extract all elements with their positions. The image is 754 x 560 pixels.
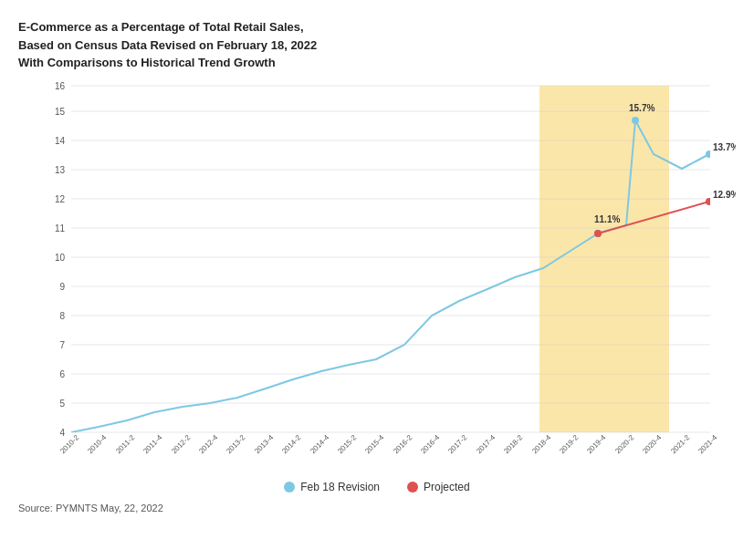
- svg-text:9: 9: [59, 282, 65, 292]
- legend-dot-feb18: [284, 482, 295, 493]
- svg-text:2021-2: 2021-2: [669, 432, 691, 454]
- svg-text:2014-4: 2014-4: [309, 432, 330, 454]
- svg-text:2015-2: 2015-2: [336, 432, 358, 454]
- annotation-12-9: 12.9%: [713, 190, 736, 200]
- legend-feb18: Feb 18 Revision: [284, 481, 380, 493]
- svg-text:12: 12: [55, 194, 66, 204]
- svg-text:16: 16: [55, 81, 66, 91]
- svg-text:8: 8: [59, 311, 65, 321]
- legend-dot-projected: [407, 482, 418, 493]
- svg-text:2015-4: 2015-4: [363, 432, 385, 454]
- annotation-13-7: 13.7%: [713, 142, 736, 152]
- dot-15-7: [632, 117, 639, 124]
- svg-text:2012-2: 2012-2: [170, 432, 192, 454]
- svg-text:2016-2: 2016-2: [392, 432, 414, 454]
- main-chart-svg: 4 5 6 7 8 9 10 11 12 13 14 15 16 2010-2 …: [18, 81, 736, 473]
- annotation-11-1: 11.1%: [594, 214, 620, 224]
- title-line2: Based on Census Data Revised on February…: [18, 38, 317, 52]
- dot-13-7: [706, 150, 713, 158]
- svg-text:2010-4: 2010-4: [86, 432, 108, 454]
- svg-text:2019-2: 2019-2: [558, 432, 580, 454]
- svg-text:2018-2: 2018-2: [502, 432, 524, 454]
- svg-text:14: 14: [55, 136, 66, 146]
- source-text: Source: PYMNTS May, 22, 2022: [18, 503, 736, 513]
- title-line3: With Comparisons to Historical Trend Gro…: [18, 56, 276, 69]
- svg-text:2017-4: 2017-4: [475, 432, 497, 454]
- svg-text:2021-4: 2021-4: [696, 432, 718, 454]
- svg-text:7: 7: [59, 340, 65, 350]
- dot-red-start: [594, 230, 602, 237]
- svg-text:2013-4: 2013-4: [253, 432, 275, 454]
- svg-text:2020-4: 2020-4: [641, 432, 663, 454]
- svg-text:2012-4: 2012-4: [197, 432, 219, 454]
- legend-label-feb18: Feb 18 Revision: [300, 481, 380, 493]
- svg-text:2014-2: 2014-2: [280, 432, 302, 454]
- svg-text:2011-4: 2011-4: [141, 432, 163, 454]
- svg-text:4: 4: [59, 428, 65, 438]
- svg-text:11: 11: [55, 223, 66, 233]
- dot-12-9: [706, 198, 713, 205]
- svg-text:2018-4: 2018-4: [530, 432, 552, 454]
- chart-title: E-Commerce as a Percentage of Total Reta…: [18, 18, 736, 72]
- svg-text:10: 10: [55, 253, 66, 263]
- svg-text:2017-2: 2017-2: [446, 432, 468, 454]
- svg-text:2019-4: 2019-4: [585, 432, 607, 454]
- chart-container: E-Commerce as a Percentage of Total Reta…: [0, 0, 754, 560]
- svg-text:2016-4: 2016-4: [419, 432, 441, 454]
- svg-text:2020-2: 2020-2: [613, 432, 635, 454]
- chart-area: 4 5 6 7 8 9 10 11 12 13 14 15 16 2010-2 …: [18, 81, 736, 473]
- svg-text:13: 13: [55, 165, 66, 175]
- svg-text:2011-2: 2011-2: [114, 432, 136, 454]
- chart-legend: Feb 18 Revision Projected: [18, 481, 736, 493]
- svg-text:2013-2: 2013-2: [225, 432, 246, 454]
- svg-text:6: 6: [59, 369, 65, 379]
- legend-projected: Projected: [407, 481, 470, 493]
- svg-text:5: 5: [59, 399, 65, 409]
- legend-label-projected: Projected: [424, 481, 470, 493]
- title-line1: E-Commerce as a Percentage of Total Reta…: [18, 20, 304, 34]
- svg-text:15: 15: [55, 107, 66, 117]
- annotation-15-7: 15.7%: [629, 103, 655, 113]
